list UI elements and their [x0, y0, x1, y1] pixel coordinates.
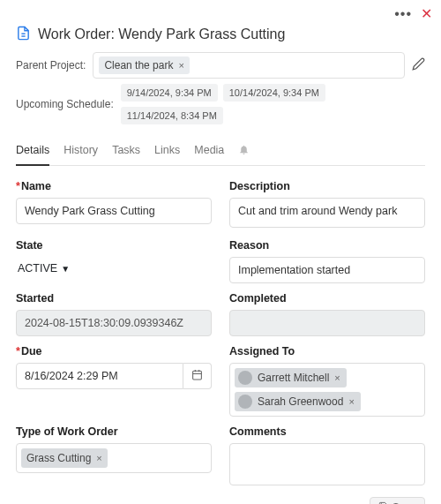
type-label: Type of Work Order	[16, 425, 212, 438]
user-chip[interactable]: Sarah Greenwood ×	[235, 392, 361, 411]
parent-project-chip[interactable]: Clean the park ×	[99, 56, 189, 74]
started-input	[16, 310, 212, 336]
chip-label: Clean the park	[104, 59, 173, 71]
reason-input[interactable]	[229, 257, 425, 283]
svg-rect-2	[193, 371, 202, 380]
assigned-to-input[interactable]: Garrett Mitchell × Sarah Greenwood ×	[229, 363, 425, 417]
calendar-icon	[191, 369, 203, 383]
chip-remove-icon[interactable]: ×	[348, 396, 354, 407]
assigned-to-label: Assigned To	[229, 345, 425, 357]
user-chip[interactable]: Garrett Mitchell ×	[235, 368, 347, 387]
chip-remove-icon[interactable]: ×	[96, 453, 101, 463]
notifications-icon[interactable]	[238, 137, 250, 165]
started-label: Started	[16, 292, 212, 305]
parent-project-label: Parent Project:	[16, 59, 86, 71]
chip-label: Grass Cutting	[26, 452, 91, 464]
completed-label: Completed	[229, 292, 425, 305]
schedule-item[interactable]: 9/14/2024, 9:34 PM	[121, 84, 218, 102]
more-menu-icon[interactable]: •••	[394, 6, 412, 22]
due-label: Due	[16, 345, 212, 357]
user-chip-label: Garrett Mitchell	[258, 372, 329, 384]
tab-details[interactable]: Details	[16, 137, 49, 166]
tab-tasks[interactable]: Tasks	[112, 137, 140, 165]
caret-down-icon: ▼	[61, 264, 70, 274]
tab-links[interactable]: Links	[154, 137, 180, 165]
user-chip-label: Sarah Greenwood	[258, 395, 343, 408]
state-value: ACTIVE	[18, 262, 57, 275]
comments-label: Comments	[229, 425, 425, 438]
type-input[interactable]: Grass Cutting ×	[16, 443, 212, 473]
completed-input	[229, 310, 425, 336]
type-chip[interactable]: Grass Cutting ×	[21, 448, 108, 468]
schedule-item[interactable]: 11/14/2024, 8:34 PM	[121, 107, 223, 124]
schedule-chips: 9/14/2024, 9:34 PM 10/14/2024, 9:34 PM 1…	[121, 84, 425, 124]
avatar-icon	[238, 371, 252, 385]
document-icon	[16, 26, 31, 43]
reason-label: Reason	[229, 239, 425, 252]
chip-remove-icon[interactable]: ×	[334, 372, 340, 383]
description-input[interactable]	[229, 198, 425, 228]
name-label: Name	[16, 180, 212, 192]
due-input[interactable]	[16, 363, 183, 389]
name-input[interactable]	[16, 198, 212, 224]
save-button[interactable]: Save	[370, 497, 425, 504]
edit-parent-icon[interactable]	[412, 57, 425, 73]
avatar-icon	[238, 395, 252, 409]
calendar-button[interactable]	[183, 363, 212, 389]
state-select[interactable]: ACTIVE ▼	[16, 257, 71, 280]
schedule-label: Upcoming Schedule:	[16, 98, 114, 110]
schedule-item[interactable]: 10/14/2024, 9:34 PM	[223, 84, 325, 102]
chip-remove-icon[interactable]: ×	[178, 60, 183, 71]
description-label: Description	[229, 180, 425, 192]
page-header: Work Order: Wendy Park Grass Cutting	[16, 26, 425, 43]
comments-input[interactable]	[229, 443, 425, 485]
page-title: Work Order: Wendy Park Grass Cutting	[38, 26, 285, 42]
parent-project-input[interactable]: Clean the park ×	[93, 52, 405, 79]
tab-history[interactable]: History	[64, 137, 98, 165]
close-icon[interactable]: ✕	[421, 5, 432, 22]
state-label: State	[16, 239, 212, 252]
tab-media[interactable]: Media	[194, 137, 224, 165]
tabs: Details History Tasks Links Media	[16, 137, 425, 166]
